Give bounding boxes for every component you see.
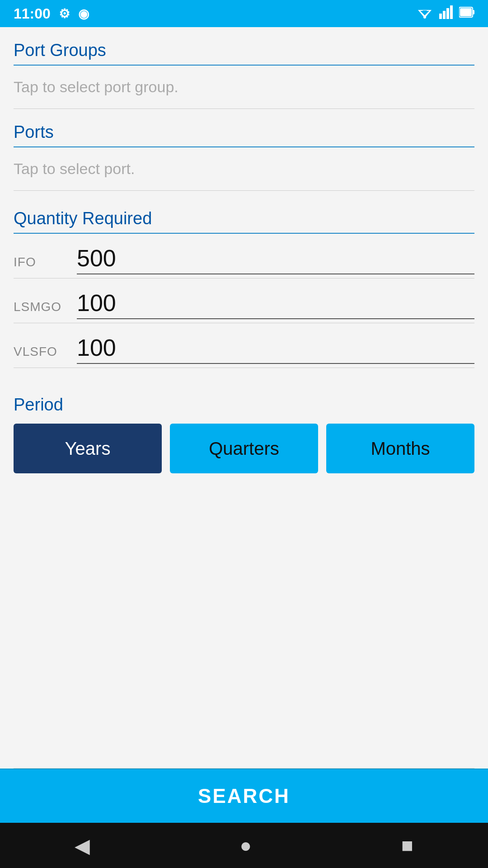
- wifi-icon: [417, 5, 433, 22]
- status-left: 11:00 ⚙ ◉: [14, 5, 89, 22]
- search-button[interactable]: SEARCH: [0, 769, 488, 823]
- svg-point-3: [423, 16, 426, 19]
- period-section: Period Years Quarters Months: [14, 368, 474, 496]
- years-button[interactable]: Years: [14, 424, 162, 473]
- quantity-required-section: Quantity Required IFO 500 LSMGO 100 VLSF…: [14, 191, 474, 368]
- svg-rect-6: [446, 8, 449, 19]
- home-button[interactable]: ●: [239, 834, 252, 857]
- status-bar: 11:00 ⚙ ◉: [0, 0, 488, 27]
- bottom-nav: ◀ ● ■: [0, 823, 488, 868]
- port-groups-label: Port Groups: [14, 27, 474, 65]
- svg-rect-9: [460, 8, 472, 16]
- settings-icon: ⚙: [59, 6, 70, 21]
- ports-section: Ports Tap to select port.: [14, 109, 474, 190]
- svg-rect-7: [450, 5, 453, 19]
- lsmgo-label: LSMGO: [14, 300, 68, 314]
- ifo-row: IFO 500: [14, 234, 474, 278]
- port-groups-section: Port Groups Tap to select port group.: [14, 27, 474, 108]
- status-right: [417, 5, 474, 22]
- ifo-label: IFO: [14, 255, 68, 269]
- recent-button[interactable]: ■: [401, 834, 413, 857]
- ifo-value[interactable]: 500: [77, 245, 474, 274]
- svg-rect-5: [443, 11, 446, 19]
- spacer: [14, 496, 474, 514]
- period-buttons: Years Quarters Months: [14, 419, 474, 487]
- back-button[interactable]: ◀: [75, 834, 90, 857]
- vlsfo-value[interactable]: 100: [77, 334, 474, 364]
- vlsfo-row: VLSFO 100: [14, 323, 474, 368]
- months-button[interactable]: Months: [326, 424, 474, 473]
- svg-rect-4: [439, 14, 442, 19]
- cast-icon: ◉: [78, 6, 89, 21]
- vlsfo-label: VLSFO: [14, 344, 68, 359]
- signal-icon: [439, 5, 453, 22]
- ports-placeholder[interactable]: Tap to select port.: [14, 147, 474, 190]
- search-section: SEARCH: [14, 768, 474, 823]
- ports-label: Ports: [14, 109, 474, 146]
- period-label: Period: [14, 382, 474, 419]
- lsmgo-value[interactable]: 100: [77, 289, 474, 319]
- quarters-button[interactable]: Quarters: [170, 424, 318, 473]
- status-time: 11:00: [14, 5, 51, 22]
- port-groups-placeholder[interactable]: Tap to select port group.: [14, 66, 474, 108]
- lsmgo-row: LSMGO 100: [14, 278, 474, 323]
- quantity-required-label: Quantity Required: [14, 195, 474, 233]
- battery-icon: [459, 6, 474, 22]
- main-content: Port Groups Tap to select port group. Po…: [0, 27, 488, 823]
- svg-rect-10: [473, 10, 474, 14]
